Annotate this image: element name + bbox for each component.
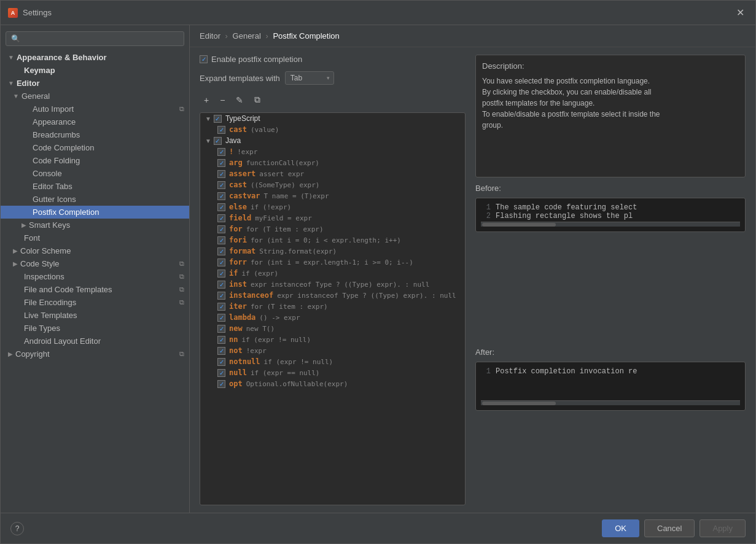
item-checkbox[interactable]	[217, 314, 225, 322]
sidebar-item-code-completion[interactable]: Code Completion	[1, 141, 189, 154]
sidebar-item-gutter-icons[interactable]: Gutter Icons	[1, 193, 189, 206]
item-checkbox[interactable]	[217, 258, 225, 266]
tree-item[interactable]: forr for (int i = expr.length-1; i >= 0;…	[200, 257, 465, 268]
tree-item[interactable]: new new T()	[200, 323, 465, 334]
sidebar-item-auto-import[interactable]: Auto Import⧉	[1, 103, 189, 115]
add-button[interactable]: +	[200, 93, 213, 107]
tree-item[interactable]: inst expr instanceof Type ? ((Type) expr…	[200, 279, 465, 290]
sidebar-item-copyright[interactable]: ▶Copyright⧉	[1, 348, 189, 360]
tree-item[interactable]: opt Optional.ofNullable(expr)	[200, 378, 465, 389]
tree-item[interactable]: nn if (expr != null)	[200, 334, 465, 345]
after-code-box: 1 Postfix completion invocation re	[475, 362, 746, 411]
tree-item[interactable]: castvar T name = (T)expr	[200, 190, 465, 201]
item-checkbox[interactable]	[217, 214, 225, 222]
sidebar-item-editor-tabs[interactable]: Editor Tabs	[1, 180, 189, 193]
tree-item[interactable]: format String.format(expr)	[200, 246, 465, 257]
expand-value: Tab	[290, 74, 302, 82]
sidebar-item-font[interactable]: Font	[1, 231, 189, 244]
before-line-2: 2 Flashing rectangle shows the pl	[481, 212, 740, 220]
tree-item[interactable]: null if (expr == null)	[200, 367, 465, 378]
sidebar-item-general[interactable]: ▼General	[1, 90, 189, 103]
close-button[interactable]: ✕	[733, 6, 748, 20]
tree-item[interactable]: field myField = expr	[200, 212, 465, 223]
item-checkbox[interactable]	[217, 203, 225, 211]
sidebar-item-file-code-templates[interactable]: File and Code Templates⧉	[1, 283, 189, 296]
template-tree[interactable]: ▼ TypeScript cast (value) ▼ Java ! !expr…	[200, 112, 466, 505]
sidebar-item-file-types[interactable]: File Types	[1, 322, 189, 335]
tree-item[interactable]: lambda () -> expr	[200, 312, 465, 323]
search-input[interactable]	[6, 31, 184, 46]
item-checkbox[interactable]	[217, 325, 225, 333]
item-checkbox[interactable]	[217, 170, 225, 178]
after-scrollbar-thumb[interactable]	[482, 402, 556, 405]
before-scrollbar-thumb[interactable]	[482, 223, 556, 227]
remove-button[interactable]: −	[216, 93, 229, 107]
tree-item[interactable]: for for (T item : expr)	[200, 223, 465, 235]
tree-item[interactable]: else if (!expr)	[200, 201, 465, 212]
group-checkbox[interactable]	[214, 137, 222, 145]
sidebar-item-label: Postfix Completion	[33, 208, 99, 217]
item-checkbox[interactable]	[217, 281, 225, 289]
apply-button[interactable]: Apply	[699, 519, 746, 537]
tree-item[interactable]: if if (expr)	[200, 268, 465, 279]
item-checkbox[interactable]	[217, 236, 225, 244]
sidebar-item-color-scheme[interactable]: ▶Color Scheme	[1, 244, 189, 257]
tree-item[interactable]: cast (value)	[200, 124, 465, 135]
item-checkbox[interactable]	[217, 247, 225, 255]
sidebar-item-code-folding[interactable]: Code Folding	[1, 154, 189, 167]
item-checkbox[interactable]	[217, 225, 225, 233]
item-checkbox[interactable]	[217, 126, 225, 134]
item-checkbox[interactable]	[217, 369, 225, 377]
group-checkbox[interactable]	[214, 115, 222, 123]
edit-button[interactable]: ✎	[232, 93, 247, 107]
sidebar-item-appearance[interactable]: Appearance	[1, 115, 189, 128]
sidebar-item-keymap[interactable]: Keymap	[1, 64, 189, 77]
tree-item[interactable]: instanceof expr instanceof Type ? ((Type…	[200, 290, 465, 301]
tree-group-typescript[interactable]: ▼ TypeScript	[200, 113, 465, 124]
item-checkbox[interactable]	[217, 358, 225, 366]
sidebar-item-console[interactable]: Console	[1, 167, 189, 180]
item-checkbox[interactable]	[217, 159, 225, 167]
sidebar-item-inspections[interactable]: Inspections⧉	[1, 270, 189, 283]
tree-item[interactable]: ! !expr	[200, 146, 465, 157]
after-line-1: 1 Postfix completion invocation re	[481, 367, 740, 376]
item-checkbox[interactable]	[217, 292, 225, 300]
sidebar-item-code-style[interactable]: ▶Code Style⧉	[1, 257, 189, 270]
help-button[interactable]: ?	[10, 522, 24, 535]
sidebar-item-editor[interactable]: ▼Editor	[1, 77, 189, 90]
sidebar-item-postfix-completion[interactable]: Postfix Completion	[1, 206, 189, 219]
item-checkbox[interactable]	[217, 336, 225, 344]
sidebar-item-label: Copyright	[15, 349, 50, 359]
sidebar-item-live-templates[interactable]: Live Templates	[1, 309, 189, 322]
copy-button[interactable]: ⧉	[250, 92, 265, 107]
sidebar-item-breadcrumbs[interactable]: Breadcrumbs	[1, 128, 189, 141]
tree-item[interactable]: iter for (T item : expr)	[200, 301, 465, 312]
expand-dropdown[interactable]: Tab ▾	[285, 71, 334, 85]
item-key: else	[229, 203, 247, 211]
cancel-button[interactable]: Cancel	[644, 519, 695, 537]
item-checkbox[interactable]	[217, 303, 225, 311]
tree-item[interactable]: notnull if (expr != null)	[200, 356, 465, 367]
tree-item[interactable]: not !expr	[200, 345, 465, 356]
sidebar-item-label: Keymap	[24, 66, 55, 75]
ok-button[interactable]: OK	[602, 519, 639, 537]
tree-item[interactable]: arg functionCall(expr)	[200, 157, 465, 168]
enable-checkbox[interactable]	[200, 55, 208, 63]
tree-item[interactable]: assert assert expr	[200, 168, 465, 179]
item-checkbox[interactable]	[217, 148, 225, 156]
item-checkbox[interactable]	[217, 270, 225, 278]
sidebar-item-smart-keys[interactable]: ▶Smart Keys	[1, 219, 189, 231]
sidebar-item-file-encodings[interactable]: File Encodings⧉	[1, 296, 189, 309]
item-checkbox[interactable]	[217, 380, 225, 388]
tree-item[interactable]: fori for (int i = 0; i < expr.length; i+…	[200, 235, 465, 246]
right-panel: Description: You have selected the postf…	[475, 55, 746, 505]
tree-group-java[interactable]: ▼ Java	[200, 135, 465, 146]
item-checkbox[interactable]	[217, 181, 225, 189]
tree-item[interactable]: cast ((SomeType) expr)	[200, 179, 465, 190]
item-desc: for (T item : expr)	[246, 225, 324, 233]
sidebar-item-android-layout-editor[interactable]: Android Layout Editor	[1, 335, 189, 348]
sidebar-item-appearance-behavior[interactable]: ▼Appearance & Behavior	[1, 51, 189, 64]
item-checkbox[interactable]	[217, 192, 225, 200]
enable-checkbox-label[interactable]: Enable postfix completion	[200, 55, 302, 64]
item-checkbox[interactable]	[217, 347, 225, 355]
